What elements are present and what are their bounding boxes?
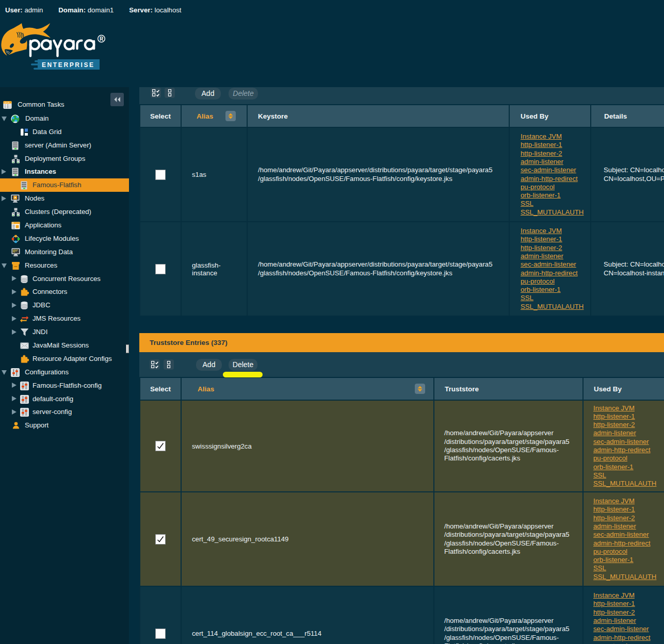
svg-text:ENTERPRISE: ENTERPRISE <box>42 61 95 69</box>
svg-text:R: R <box>100 36 104 42</box>
